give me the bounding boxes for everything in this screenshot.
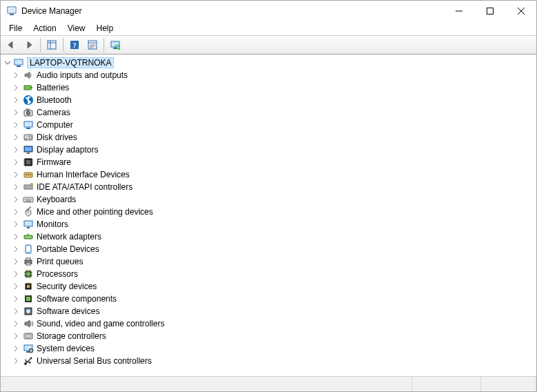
svg-rect-63 bbox=[26, 201, 31, 202]
toolbar-separator bbox=[40, 38, 41, 52]
menu-file[interactable]: File bbox=[3, 22, 28, 35]
show-hide-tree-button[interactable] bbox=[43, 37, 60, 52]
svg-point-105 bbox=[30, 357, 32, 360]
tree-item[interactable]: Display adaptors bbox=[1, 144, 536, 156]
tree-item[interactable]: Universal Serial Bus controllers bbox=[1, 355, 536, 367]
tree-item-label: Disk drives bbox=[37, 133, 77, 142]
cpu-icon bbox=[23, 268, 34, 280]
tree-item-label: Human Interface Devices bbox=[37, 170, 130, 179]
tree-item[interactable]: Security devices bbox=[1, 280, 536, 293]
tree-item[interactable]: Monitors bbox=[1, 218, 536, 231]
properties-button[interactable] bbox=[84, 37, 101, 52]
svg-rect-94 bbox=[26, 297, 30, 301]
camera-icon bbox=[23, 107, 34, 118]
expander-closed-icon[interactable] bbox=[10, 256, 21, 267]
tree-root-label[interactable]: LAPTOP-VQTRNOKA bbox=[27, 57, 114, 68]
tree-item[interactable]: Processors bbox=[1, 268, 536, 280]
tree-item[interactable]: Print queues bbox=[1, 255, 536, 268]
tree-item[interactable]: Keyboards bbox=[1, 193, 536, 206]
expander-closed-icon[interactable] bbox=[10, 268, 21, 280]
tree-item[interactable]: Mice and other pointing devices bbox=[1, 206, 536, 218]
status-cell bbox=[1, 377, 412, 391]
tree-item-label: Bluetooth bbox=[37, 95, 72, 105]
expander-closed-icon[interactable] bbox=[10, 206, 21, 217]
tree-item[interactable]: Storage controllers bbox=[1, 330, 536, 342]
expander-closed-icon[interactable] bbox=[10, 244, 21, 255]
expander-closed-icon[interactable] bbox=[10, 132, 21, 143]
tree-item[interactable]: Software devices bbox=[1, 305, 536, 317]
expander-closed-icon[interactable] bbox=[10, 182, 21, 193]
close-button[interactable] bbox=[505, 1, 536, 21]
tree-item-label: IDE ATA/ATAPI controllers bbox=[37, 182, 133, 192]
maximize-button[interactable] bbox=[474, 1, 505, 21]
minimize-button[interactable] bbox=[443, 1, 474, 21]
status-cell bbox=[481, 377, 536, 391]
expander-closed-icon[interactable] bbox=[10, 231, 21, 242]
expander-open-icon[interactable] bbox=[2, 57, 13, 68]
expander-closed-icon[interactable] bbox=[10, 107, 21, 118]
security-icon bbox=[23, 281, 34, 292]
tree-item[interactable]: Software components bbox=[1, 293, 536, 305]
tree-item-label: Firmware bbox=[37, 157, 71, 167]
tree-item-label: Batteries bbox=[37, 83, 69, 92]
menu-view[interactable]: View bbox=[62, 22, 91, 35]
expander-closed-icon[interactable] bbox=[10, 355, 21, 366]
tree-item[interactable]: Audio inputs and outputs bbox=[1, 69, 536, 81]
back-button[interactable] bbox=[3, 37, 19, 52]
computer-root-icon bbox=[13, 57, 24, 68]
tree-item-label: Universal Serial Bus controllers bbox=[37, 356, 152, 366]
tree-root-row[interactable]: LAPTOP-VQTRNOKA bbox=[1, 57, 536, 69]
scan-hardware-button[interactable] bbox=[107, 37, 124, 52]
tree-item[interactable]: Portable Devices bbox=[1, 243, 536, 255]
svg-rect-25 bbox=[31, 87, 32, 88]
tree-item[interactable]: Computer bbox=[1, 119, 536, 131]
toolbar-separator bbox=[63, 38, 64, 52]
forward-button[interactable] bbox=[21, 37, 37, 52]
tree-item-label: Print queues bbox=[37, 257, 83, 266]
expander-closed-icon[interactable] bbox=[10, 144, 21, 155]
help-button[interactable]: ? bbox=[66, 37, 83, 52]
svg-rect-70 bbox=[26, 237, 27, 237]
tree-item[interactable]: Batteries bbox=[1, 81, 536, 94]
tree-item[interactable]: Firmware bbox=[1, 156, 536, 168]
tree-item[interactable]: Disk drives bbox=[1, 131, 536, 144]
svg-rect-79 bbox=[26, 263, 30, 265]
expander-closed-icon[interactable] bbox=[10, 219, 21, 230]
expander-closed-icon[interactable] bbox=[10, 119, 21, 130]
svg-rect-81 bbox=[27, 273, 30, 275]
tree-item[interactable]: Human Interface Devices bbox=[1, 168, 536, 181]
expander-closed-icon[interactable] bbox=[10, 306, 21, 317]
svg-rect-37 bbox=[27, 153, 30, 154]
tree-item[interactable]: Cameras bbox=[1, 106, 536, 119]
menu-help[interactable]: Help bbox=[91, 22, 119, 35]
svg-point-92 bbox=[28, 282, 29, 284]
expander-closed-icon[interactable] bbox=[10, 318, 21, 329]
tree-item-label: Keyboards bbox=[37, 195, 76, 204]
tree-item[interactable]: Bluetooth bbox=[1, 94, 536, 106]
expander-closed-icon[interactable] bbox=[10, 194, 21, 205]
tree-item[interactable]: Network adapters bbox=[1, 231, 536, 243]
expander-closed-icon[interactable] bbox=[10, 157, 21, 168]
disk-icon bbox=[23, 132, 34, 143]
expander-closed-icon[interactable] bbox=[10, 70, 21, 81]
svg-rect-30 bbox=[24, 121, 32, 127]
tree-item[interactable]: System devices bbox=[1, 342, 536, 355]
menu-action[interactable]: Action bbox=[28, 22, 61, 35]
storage-icon bbox=[23, 331, 34, 342]
tree-item[interactable]: IDE ATA/ATAPI controllers bbox=[1, 181, 536, 193]
svg-rect-39 bbox=[26, 160, 30, 164]
expander-closed-icon[interactable] bbox=[10, 281, 21, 292]
expander-closed-icon[interactable] bbox=[10, 82, 21, 93]
app-icon bbox=[6, 6, 17, 17]
expander-closed-icon[interactable] bbox=[10, 293, 21, 304]
expander-closed-icon[interactable] bbox=[10, 169, 21, 180]
expander-closed-icon[interactable] bbox=[10, 343, 21, 354]
printer-icon bbox=[23, 256, 34, 267]
svg-marker-109 bbox=[25, 359, 26, 360]
expander-closed-icon[interactable] bbox=[10, 331, 21, 342]
ide-icon bbox=[23, 182, 34, 193]
device-tree[interactable]: LAPTOP-VQTRNOKA Audio inputs and outputs… bbox=[1, 55, 536, 376]
expander-closed-icon[interactable] bbox=[10, 95, 21, 106]
tree-item[interactable]: Sound, video and game controllers bbox=[1, 317, 536, 330]
tree-item-label: Processors bbox=[37, 269, 78, 279]
